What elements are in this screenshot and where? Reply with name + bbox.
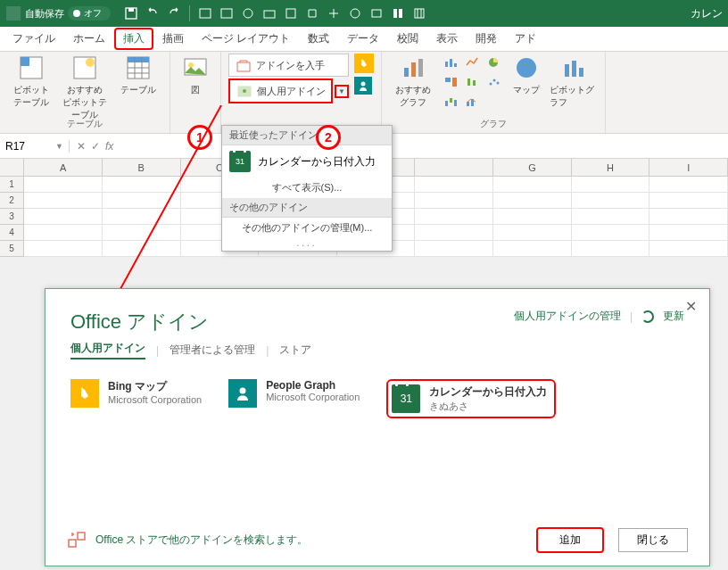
illustrations-button[interactable]: 図: [178, 54, 213, 96]
tab-formulas[interactable]: 数式: [299, 28, 338, 50]
svg-point-24: [360, 82, 365, 87]
footer-store-link[interactable]: Office ストアで他のアドインを検索します。: [95, 533, 308, 548]
save-icon[interactable]: [123, 5, 139, 21]
my-addins-button[interactable]: 個人用アドイン: [228, 78, 333, 103]
svg-rect-32: [445, 78, 451, 82]
tab-insert[interactable]: 挿入: [114, 28, 153, 50]
tab-home[interactable]: ホーム: [64, 28, 114, 50]
tab-file[interactable]: ファイル: [4, 28, 64, 50]
enter-icon[interactable]: ✓: [91, 140, 100, 153]
fx-icon[interactable]: fx: [105, 140, 113, 153]
row-header[interactable]: 5: [0, 241, 24, 257]
col-header[interactable]: A: [24, 159, 103, 176]
col-header[interactable]: B: [103, 159, 181, 176]
line-chart-icon[interactable]: [464, 54, 482, 71]
bing-maps-icon: [70, 379, 99, 408]
get-addins-button[interactable]: アドインを入手: [228, 54, 349, 77]
dropdown-header: 最近使ったアドイン: [222, 126, 392, 145]
row-header[interactable]: 1: [0, 177, 24, 193]
pie-chart-icon[interactable]: [485, 54, 503, 71]
qat-icon[interactable]: [261, 5, 277, 21]
people-graph-icon[interactable]: [354, 77, 372, 95]
addin-card-people[interactable]: People Graph Microsoft Corporation: [228, 379, 360, 418]
table-button[interactable]: テーブル: [114, 54, 162, 96]
qat-icon[interactable]: [411, 5, 427, 21]
close-icon[interactable]: ✕: [685, 298, 697, 315]
pivot-chart-button[interactable]: ピボットグラフ: [550, 54, 598, 109]
addin-card-bing[interactable]: Bing マップ Microsoft Corporation: [70, 379, 202, 418]
row-header[interactable]: 4: [0, 225, 24, 241]
manage-addins-link[interactable]: 個人用アドインの管理: [514, 309, 621, 324]
qat-icon[interactable]: [240, 5, 256, 21]
column-chart-icon[interactable]: [443, 54, 460, 71]
svg-rect-40: [450, 98, 452, 103]
qat-icon[interactable]: [347, 5, 363, 21]
svg-rect-27: [418, 59, 423, 77]
row-header[interactable]: 2: [0, 193, 24, 209]
waterfall-chart-icon[interactable]: [443, 93, 460, 111]
qat-icon[interactable]: [368, 5, 385, 21]
tab-review[interactable]: 校閲: [388, 28, 427, 50]
dialog-tab-my[interactable]: 個人用アドイン: [70, 341, 145, 359]
dropdown-manage-other[interactable]: その他のアドインの管理(M)...: [222, 218, 392, 238]
tab-developer[interactable]: 開発: [467, 28, 506, 50]
cell[interactable]: [24, 177, 103, 193]
svg-rect-7: [286, 9, 295, 18]
store-icon: [67, 531, 87, 550]
tab-page-layout[interactable]: ページ レイアウト: [193, 28, 299, 50]
callout-2: 2: [316, 125, 341, 150]
recommended-pivot-button[interactable]: おすすめ ピボットテーブル: [61, 54, 109, 121]
svg-rect-47: [579, 68, 583, 77]
qat-icon[interactable]: [304, 5, 320, 21]
addins-dropdown-menu: 最近使ったアドイン 31 カレンダーから日付入力 すべて表示(S)... その他…: [221, 125, 393, 252]
qat-icon[interactable]: [326, 5, 342, 21]
refresh-link[interactable]: 更新: [663, 309, 684, 324]
qat-icon[interactable]: [219, 5, 235, 21]
dropdown-show-all[interactable]: すべて表示(S)...: [222, 178, 392, 198]
close-button[interactable]: 閉じる: [618, 528, 688, 552]
col-header[interactable]: G: [493, 159, 572, 176]
qat-icon[interactable]: [283, 5, 299, 21]
cancel-icon[interactable]: ✕: [77, 140, 86, 153]
hierarchy-chart-icon[interactable]: [443, 73, 460, 91]
select-all-corner[interactable]: [0, 159, 24, 176]
name-box[interactable]: R17▼: [0, 140, 70, 153]
col-header[interactable]: [415, 159, 493, 176]
dropdown-resize: ....: [222, 238, 392, 251]
ribbon-tabs: ファイル ホーム 挿入 描画 ページ レイアウト 数式 データ 校閲 表示 開発…: [0, 27, 728, 52]
refresh-icon[interactable]: [641, 310, 654, 323]
dialog-tab-admin[interactable]: 管理者による管理: [170, 343, 255, 358]
recommended-charts-button[interactable]: おすすめ グラフ: [389, 54, 437, 109]
addins-icon: [236, 82, 253, 100]
scatter-chart-icon[interactable]: [485, 73, 503, 91]
svg-rect-51: [78, 533, 85, 540]
redo-icon[interactable]: [166, 5, 182, 21]
svg-point-8: [351, 9, 360, 18]
combo-chart-icon[interactable]: [464, 93, 482, 111]
svg-rect-41: [454, 100, 457, 106]
dialog-tab-store[interactable]: ストア: [279, 343, 311, 358]
dropdown-item-calendar[interactable]: 31 カレンダーから日付入力: [222, 145, 392, 178]
maps-button[interactable]: マップ: [509, 54, 544, 96]
bing-maps-icon[interactable]: [354, 54, 374, 73]
undo-icon[interactable]: [145, 5, 161, 21]
tab-view[interactable]: 表示: [427, 28, 467, 50]
addin-card-calendar[interactable]: 31 カレンダーから日付入力 きぬあさ: [386, 379, 556, 418]
svg-rect-25: [404, 68, 409, 77]
my-addins-dropdown[interactable]: ▼: [335, 85, 349, 98]
row-header[interactable]: 3: [0, 209, 24, 225]
stat-chart-icon[interactable]: [464, 73, 482, 91]
col-header[interactable]: H: [572, 159, 650, 176]
col-header[interactable]: I: [649, 159, 728, 176]
qat-icon[interactable]: [197, 5, 213, 21]
add-button[interactable]: 追加: [536, 527, 604, 553]
svg-rect-18: [128, 57, 149, 62]
svg-point-36: [489, 83, 492, 86]
qat-icon[interactable]: [390, 5, 406, 21]
tab-addins[interactable]: アド: [506, 28, 545, 50]
tab-draw[interactable]: 描画: [153, 28, 193, 50]
group-label: テーブル: [67, 118, 103, 130]
pivot-table-button[interactable]: ピボット テーブル: [7, 54, 55, 109]
tab-data[interactable]: データ: [338, 28, 388, 50]
autosave-toggle[interactable]: オフ: [68, 6, 111, 21]
